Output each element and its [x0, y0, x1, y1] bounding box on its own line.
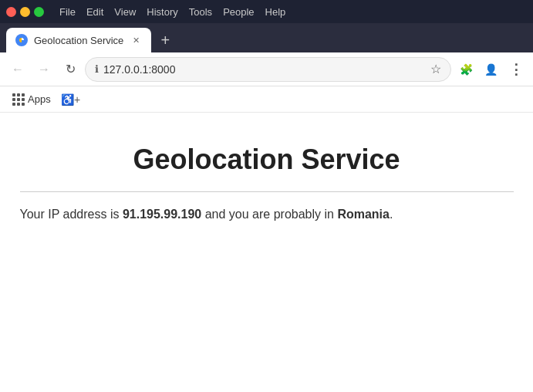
menu-people[interactable]: People	[218, 5, 258, 19]
bookmarks-bar: Apps ♿+	[0, 86, 533, 113]
page-heading: Geolocation Service	[133, 144, 400, 176]
page-divider	[20, 191, 514, 192]
profile-button[interactable]: 👤	[479, 58, 502, 81]
apps-bookmark[interactable]: Apps	[6, 90, 57, 109]
ip-address: 91.195.99.190	[123, 208, 201, 221]
accessibility-bookmark[interactable]: ♿+	[60, 89, 82, 110]
extension-icon: 🧩	[460, 63, 473, 76]
address-bar[interactable]: ℹ ☆	[85, 57, 451, 82]
country-name: Romania	[337, 208, 390, 221]
text-prefix: Your IP address is	[20, 208, 123, 221]
reload-button[interactable]: ↻	[59, 58, 82, 81]
menu-edit[interactable]: Edit	[82, 5, 108, 19]
back-icon: ←	[12, 63, 24, 76]
close-window-button[interactable]	[6, 7, 16, 17]
accessibility-icon: ♿+	[61, 93, 80, 106]
more-menu-icon: ⋮	[509, 63, 522, 76]
tab-favicon	[15, 34, 28, 46]
page-text: Your IP address is 91.195.99.190 and you…	[20, 208, 514, 221]
url-input[interactable]	[103, 63, 426, 76]
window-controls	[6, 7, 44, 17]
forward-icon: →	[38, 63, 50, 76]
apps-label: Apps	[28, 93, 51, 105]
back-button[interactable]: ←	[6, 58, 29, 81]
active-tab[interactable]: Geolocation Service ✕	[6, 28, 151, 52]
menu-tools[interactable]: Tools	[184, 5, 217, 19]
new-tab-button[interactable]: +	[154, 29, 176, 51]
info-icon: ℹ	[95, 63, 99, 75]
nav-extras: 🧩 👤 ⋮	[454, 58, 527, 81]
menu-file[interactable]: File	[55, 5, 80, 19]
reload-icon: ↻	[66, 62, 76, 76]
text-suffix: .	[390, 208, 393, 221]
profile-icon: 👤	[484, 63, 498, 76]
menu-button[interactable]: ⋮	[504, 58, 527, 81]
menu-bar: File Edit View History Tools People Help	[55, 5, 290, 19]
tab-title: Geolocation Service	[34, 35, 123, 46]
menu-history[interactable]: History	[142, 5, 182, 19]
text-middle: and you are probably in	[201, 208, 337, 221]
menu-view[interactable]: View	[110, 5, 140, 19]
apps-grid-icon	[12, 93, 25, 106]
tab-bar: Geolocation Service ✕ +	[0, 23, 533, 52]
tab-close-button[interactable]: ✕	[130, 34, 142, 46]
forward-button[interactable]: →	[32, 58, 56, 81]
maximize-window-button[interactable]	[34, 7, 44, 17]
nav-bar: ← → ↻ ℹ ☆ 🧩 👤 ⋮	[0, 52, 533, 86]
bookmark-star-icon[interactable]: ☆	[430, 62, 441, 76]
title-bar: File Edit View History Tools People Help	[0, 0, 533, 23]
menu-help[interactable]: Help	[261, 5, 291, 19]
minimize-window-button[interactable]	[20, 7, 30, 17]
extension-button[interactable]: 🧩	[454, 58, 477, 81]
page-content: Geolocation Service Your IP address is 9…	[0, 113, 533, 252]
